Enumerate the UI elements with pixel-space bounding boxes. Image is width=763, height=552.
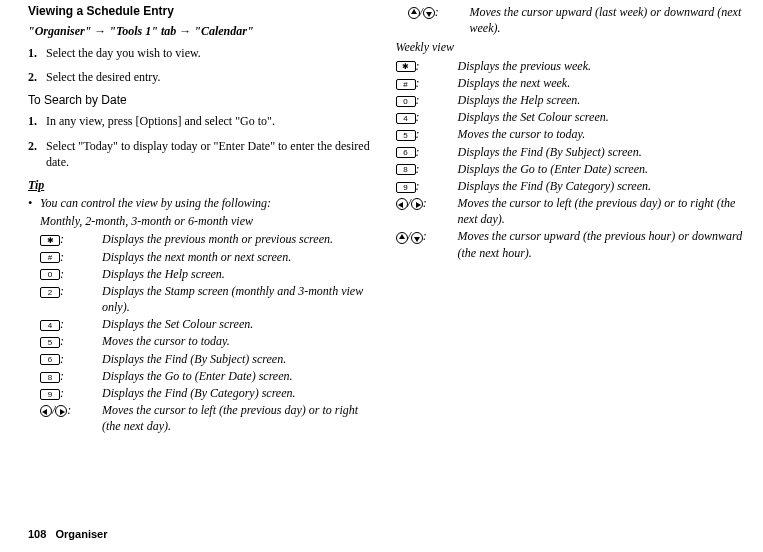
key-row: ✱:Displays the previous month or previou… [40, 231, 376, 248]
steps-view: 1.Select the day you wish to view. 2.Sel… [28, 45, 376, 85]
key-cell: #: [40, 249, 102, 266]
key-description: Displays the Set Colour screen. [458, 109, 744, 126]
nav-up-icon [408, 7, 420, 19]
phone-key-icon: ✱ [40, 235, 60, 246]
tip-line: •You can control the view by using the f… [28, 195, 376, 211]
steps-search: 1.In any view, press [Options] and selec… [28, 113, 376, 170]
phone-key-icon: 0 [40, 269, 60, 280]
key-description: Displays the Help screen. [102, 266, 376, 283]
key-cell: 6: [396, 144, 458, 161]
key-description: Displays the Go to (Enter Date) screen. [458, 161, 744, 178]
key-cell: 2: [40, 283, 102, 316]
key-row: /:Moves the cursor upward (last week) or… [408, 4, 744, 37]
nav-down-icon [411, 232, 423, 244]
nav-up-icon [396, 232, 408, 244]
phone-key-icon: 4 [396, 113, 416, 124]
monthly-key-table: ✱:Displays the previous month or previou… [40, 231, 376, 435]
arrow-icon: → [94, 24, 109, 38]
phone-key-icon: 4 [40, 320, 60, 331]
phone-key-icon: 8 [396, 164, 416, 175]
key-cell: 9: [40, 385, 102, 402]
path-part: "Calendar" [194, 24, 253, 38]
key-cell: 9: [396, 178, 458, 195]
key-cell: 8: [396, 161, 458, 178]
page-number: 108 [28, 528, 46, 540]
key-description: Displays the Find (By Subject) screen. [102, 351, 376, 368]
section-name: Organiser [56, 528, 108, 540]
key-row: /:Moves the cursor upward (the previous … [396, 228, 744, 261]
key-cell: 4: [40, 316, 102, 333]
key-cell: /: [408, 4, 470, 37]
arrow-icon: → [179, 24, 194, 38]
key-cell: #: [396, 75, 458, 92]
key-row: 9:Displays the Find (By Category) screen… [40, 385, 376, 402]
key-description: Moves the cursor to today. [102, 333, 376, 350]
key-description: Displays the previous month or previous … [102, 231, 376, 248]
nav-right-icon [55, 405, 67, 417]
weekly-key-table: ✱:Displays the previous week.#:Displays … [396, 58, 744, 262]
key-cell: 6: [40, 351, 102, 368]
key-cell: 4: [396, 109, 458, 126]
key-cell: ✱: [40, 231, 102, 248]
phone-key-icon: ✱ [396, 61, 416, 72]
key-description: Moves the cursor to left (the previous d… [102, 402, 376, 435]
phone-key-icon: 5 [396, 130, 416, 141]
key-row: 6:Displays the Find (By Subject) screen. [396, 144, 744, 161]
step-item: 1.In any view, press [Options] and selec… [28, 113, 376, 129]
nav-right-icon [411, 198, 423, 210]
key-cell: 0: [40, 266, 102, 283]
key-description: Displays the Find (By Category) screen. [102, 385, 376, 402]
key-description: Displays the previous week. [458, 58, 744, 75]
phone-key-icon: 9 [40, 389, 60, 400]
key-row: 8:Displays the Go to (Enter Date) screen… [40, 368, 376, 385]
phone-key-icon: 6 [40, 354, 60, 365]
step-item: 2.Select the desired entry. [28, 69, 376, 85]
key-row: 4:Displays the Set Colour screen. [396, 109, 744, 126]
key-description: Displays the Go to (Enter Date) screen. [102, 368, 376, 385]
key-cell: 8: [40, 368, 102, 385]
key-description: Displays the Stamp screen (monthly and 3… [102, 283, 376, 316]
phone-key-icon: 9 [396, 182, 416, 193]
subheading-search: To Search by Date [28, 93, 376, 107]
key-row: 6:Displays the Find (By Subject) screen. [40, 351, 376, 368]
key-description: Displays the next week. [458, 75, 744, 92]
tip-heading: Tip [28, 178, 376, 193]
key-description: Moves the cursor upward (the previous ho… [458, 228, 744, 261]
key-description: Displays the Help screen. [458, 92, 744, 109]
key-description: Displays the Find (By Subject) screen. [458, 144, 744, 161]
key-row: 2:Displays the Stamp screen (monthly and… [40, 283, 376, 316]
key-cell: 5: [40, 333, 102, 350]
step-item: 1.Select the day you wish to view. [28, 45, 376, 61]
phone-key-icon: 6 [396, 147, 416, 158]
path-part: "Tools 1" tab [109, 24, 176, 38]
weekly-view-title: Weekly view [396, 39, 744, 55]
key-row: /:Moves the cursor to left (the previous… [40, 402, 376, 435]
nav-down-icon [423, 7, 435, 19]
key-row: 9:Displays the Find (By Category) screen… [396, 178, 744, 195]
key-row: 5:Moves the cursor to today. [40, 333, 376, 350]
phone-key-icon: # [396, 79, 416, 90]
phone-key-icon: 5 [40, 337, 60, 348]
nav-left-icon [396, 198, 408, 210]
key-row: /:Moves the cursor to left (the previous… [396, 195, 744, 228]
key-row: ✱:Displays the previous week. [396, 58, 744, 75]
key-cell: 5: [396, 126, 458, 143]
key-cell: /: [396, 195, 458, 228]
phone-key-icon: # [40, 252, 60, 263]
key-row: 8:Displays the Go to (Enter Date) screen… [396, 161, 744, 178]
section-heading: Viewing a Schedule Entry [28, 4, 376, 18]
key-description: Moves the cursor upward (last week) or d… [470, 4, 744, 37]
path-part: "Organiser" [28, 24, 91, 38]
nav-path: "Organiser" → "Tools 1" tab → "Calendar" [28, 24, 376, 39]
key-description: Displays the Set Colour screen. [102, 316, 376, 333]
key-description: Displays the Find (By Category) screen. [458, 178, 744, 195]
key-cell: ✱: [396, 58, 458, 75]
key-cell: /: [40, 402, 102, 435]
key-row: 5:Moves the cursor to today. [396, 126, 744, 143]
key-row: #:Displays the next week. [396, 75, 744, 92]
key-description: Moves the cursor to today. [458, 126, 744, 143]
step-item: 2.Select "Today" to display today or "En… [28, 138, 376, 170]
phone-key-icon: 8 [40, 372, 60, 383]
key-cell: 0: [396, 92, 458, 109]
nav-left-icon [40, 405, 52, 417]
